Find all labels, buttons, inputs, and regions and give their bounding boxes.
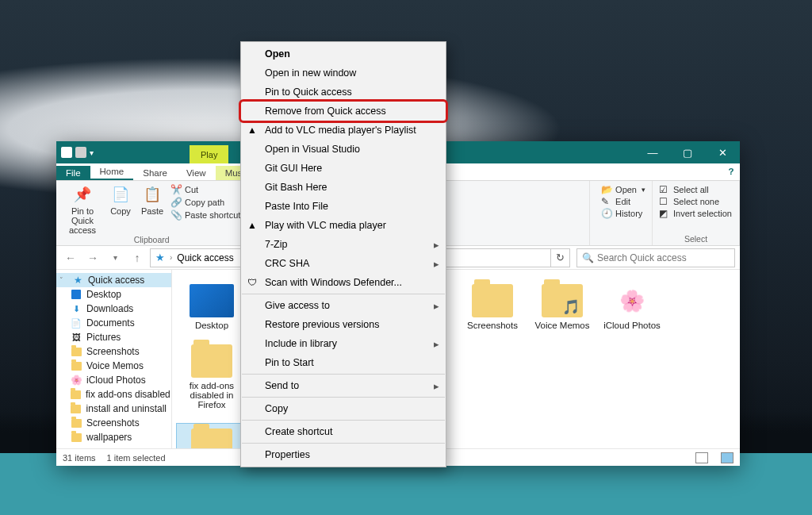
nav-label: fix add-ons disabled	[86, 389, 170, 400]
ribbon-tab-view[interactable]: View	[177, 166, 216, 180]
maximize-button[interactable]: ▢	[670, 141, 705, 163]
invert-selection-button[interactable]: ◩Invert selection	[659, 208, 732, 219]
ribbon-tab-share[interactable]: Share	[133, 166, 177, 180]
open-button[interactable]: 📂Open ▾	[601, 184, 645, 195]
nav-item[interactable]: 🌸iCloud Photos	[56, 373, 171, 387]
context-menu-label: Remove from Quick access	[265, 106, 386, 117]
context-menu-item[interactable]: Git GUI Here	[241, 159, 446, 178]
qat-dropdown-icon[interactable]: ▾	[90, 148, 94, 157]
details-view-button[interactable]	[695, 452, 708, 463]
file-item[interactable]: fix add-ons disabled in Firefox	[177, 340, 247, 416]
context-menu-item[interactable]: ▲Play with VLC media player	[241, 216, 446, 235]
file-label: Desktop	[195, 321, 228, 330]
paste-shortcut-button[interactable]: 📎Paste shortcut	[170, 209, 240, 221]
nav-item[interactable]: Screenshots	[56, 416, 171, 430]
context-menu-label: Pin to Start	[265, 357, 314, 368]
context-menu-item[interactable]: Open in Visual Studio	[241, 140, 446, 159]
open-icon: 📂	[601, 184, 612, 195]
context-menu-item[interactable]: Properties	[241, 445, 446, 464]
qat-icon[interactable]	[75, 147, 86, 158]
file-item[interactable]: Voice Memos	[527, 279, 597, 336]
nav-item[interactable]: wallpapers	[56, 430, 171, 444]
context-menu-item[interactable]: Create shortcut	[241, 422, 446, 441]
forward-button[interactable]: →	[83, 248, 102, 267]
nav-label: Downloads	[86, 303, 133, 314]
context-menu-item[interactable]: ▲Add to VLC media player's Playlist	[241, 121, 446, 140]
context-menu-item[interactable]: Include in library▸	[241, 334, 446, 353]
cut-icon: ✂️	[170, 184, 182, 195]
nav-item[interactable]: Desktop	[56, 287, 171, 302]
refresh-button[interactable]: ↻	[551, 248, 570, 267]
up-button[interactable]: ↑	[128, 248, 147, 267]
context-menu-item[interactable]: 7-Zip▸	[241, 235, 446, 254]
select-none-icon: ☐	[659, 196, 670, 207]
history-button[interactable]: 🕘History	[601, 208, 645, 219]
qat-icon[interactable]	[61, 147, 72, 158]
file-item[interactable]: 🌸iCloud Photos	[597, 279, 667, 336]
group-caption: Clipboard	[63, 235, 240, 246]
back-button[interactable]: ←	[61, 248, 80, 267]
select-none-button[interactable]: ☐Select none	[659, 196, 732, 207]
contextual-tab-play[interactable]: Play	[190, 145, 228, 163]
copy-button[interactable]: 📄 Copy	[107, 184, 134, 216]
file-item[interactable]: Desktop	[177, 279, 247, 336]
ribbon-tab-home[interactable]: Home	[90, 164, 134, 180]
nav-item[interactable]: Screenshots	[56, 344, 171, 359]
context-menu-item[interactable]: Pin to Start	[241, 353, 446, 372]
ribbon-tab-file[interactable]: File	[56, 166, 90, 180]
context-menu-item[interactable]: Pin to Quick access	[241, 83, 446, 102]
context-menu-item[interactable]: Restore previous versions	[241, 315, 446, 334]
cut-button[interactable]: ✂️Cut	[170, 184, 240, 195]
history-icon: 🕘	[601, 208, 612, 219]
select-all-button[interactable]: ☑Select all	[659, 184, 732, 195]
context-menu-item[interactable]: Remove from Quick access	[241, 102, 446, 121]
paste-button[interactable]: 📋 Paste	[139, 184, 166, 216]
expand-caret-icon[interactable]: ˅	[59, 276, 67, 284]
nav-item[interactable]: Documents	[56, 316, 171, 330]
folder-icon	[191, 344, 232, 378]
nav-item[interactable]: fix add-ons disabled	[56, 387, 171, 402]
minimize-button[interactable]: —	[635, 141, 670, 163]
context-menu-label: Open	[265, 48, 290, 60]
nav-item-icon	[71, 332, 82, 343]
icons-view-button[interactable]	[721, 452, 733, 463]
context-menu-item[interactable]: Give access to▸	[241, 296, 446, 315]
context-menu-item[interactable]: Git Bash Here	[241, 178, 446, 197]
button-label: Copy	[110, 206, 131, 216]
nav-item[interactable]: Pictures	[56, 330, 171, 344]
submenu-arrow-icon: ▸	[434, 300, 439, 312]
recent-locations-button[interactable]: ▾	[105, 248, 124, 267]
context-menu-item[interactable]: Open in new window	[241, 63, 446, 83]
nav-item[interactable]: Downloads	[56, 302, 171, 316]
pin-to-quick-access-button[interactable]: 📌 Pin to Quick access	[63, 184, 102, 235]
copy-path-button[interactable]: 🔗Copy path	[170, 197, 240, 208]
paste-icon: 📋	[142, 184, 163, 205]
nav-label: wallpapers	[86, 432, 132, 443]
context-menu-item[interactable]: Open	[241, 44, 446, 63]
search-input[interactable]: 🔍 Search Quick access	[576, 248, 735, 267]
context-menu-item[interactable]: Send to▸	[241, 376, 446, 395]
context-menu-label: Restore previous versions	[265, 319, 380, 330]
submenu-arrow-icon: ▸	[434, 338, 439, 350]
context-menu-label: Open in new window	[265, 67, 356, 79]
context-menu-item[interactable]: 🛡Scan with Windows Defender...	[241, 273, 446, 292]
navigation-pane[interactable]: ˅ ★ Quick access DesktopDownloadsDocumen…	[56, 270, 172, 448]
context-menu-item[interactable]: Paste Into File	[241, 197, 446, 216]
breadcrumb-location[interactable]: Quick access	[177, 252, 233, 263]
context-menu-item[interactable]: CRC SHA▸	[241, 254, 446, 273]
button-label: History	[615, 209, 642, 218]
invert-selection-icon: ◩	[659, 208, 670, 219]
nav-item[interactable]: Voice Memos	[56, 359, 171, 373]
contextual-tab-label: Play	[201, 150, 217, 159]
context-menu-label: Include in library	[265, 338, 337, 349]
file-item[interactable]: Screenshots	[458, 279, 527, 336]
nav-quick-access[interactable]: ˅ ★ Quick access	[56, 273, 171, 287]
nav-item[interactable]: install and uninstall	[56, 402, 171, 416]
context-menu-label: Create shortcut	[265, 426, 332, 437]
close-button[interactable]: ✕	[705, 141, 740, 163]
ribbon-help-button[interactable]: ?	[722, 163, 740, 180]
status-item-count: 31 items	[63, 453, 96, 463]
edit-button[interactable]: ✎Edit	[601, 196, 645, 207]
context-menu-item[interactable]: Copy	[241, 399, 446, 418]
file-item[interactable]: install and uninstall extensions in Chro…	[177, 424, 247, 448]
